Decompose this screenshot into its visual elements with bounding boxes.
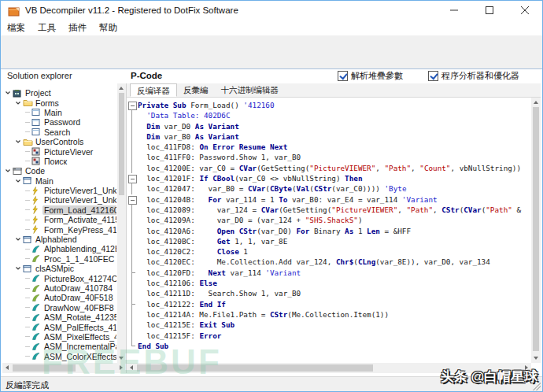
tree-item[interactable]: Alphablending_412BF4 xyxy=(2,244,116,253)
scroll-left-icon[interactable] xyxy=(6,365,9,370)
tree-item[interactable]: Project xyxy=(2,88,116,98)
tree-item[interactable]: ASM_IncrementalPalEffect xyxy=(2,342,116,351)
option-analyzer-optimizer[interactable]: 程序分析器和優化器 xyxy=(428,70,519,82)
tree-item[interactable]: UserControls xyxy=(2,137,116,146)
chevron-down-icon[interactable] xyxy=(15,265,23,272)
tree-item[interactable]: ASM_PixelEffects_413614 xyxy=(2,332,116,342)
fold-guide xyxy=(127,268,138,278)
resize-grip-icon[interactable] xyxy=(533,383,541,390)
event-icon xyxy=(31,216,42,224)
scroll-left-icon[interactable] xyxy=(130,365,133,370)
scroll-up-icon[interactable] xyxy=(119,87,124,90)
tree-item[interactable]: PictureViever1_UnknownEv xyxy=(2,195,116,205)
usercontrol-icon xyxy=(31,157,42,165)
tree-item[interactable]: PictureViever1_UnknownEv xyxy=(2,186,116,195)
tree-item[interactable]: PictureBox_41274C xyxy=(2,273,116,283)
method-teal-icon xyxy=(31,274,42,283)
fold-collapse-icon[interactable] xyxy=(127,173,138,183)
checkbox-analyzer-optimizer-icon[interactable] xyxy=(428,71,438,81)
maximize-button[interactable] xyxy=(471,1,507,20)
chevron-down-icon[interactable] xyxy=(15,100,23,106)
tree-item[interactable]: Main xyxy=(2,108,116,117)
code-text: loc_411FF0: Password.Show 1, var_B0 xyxy=(138,152,301,162)
status-text: 反編譯完成 xyxy=(6,379,49,391)
chevron-down-icon[interactable] xyxy=(15,236,23,242)
tab-disassembler[interactable]: 反彙編 xyxy=(177,83,215,97)
menu-help[interactable]: 幫助 xyxy=(93,20,124,35)
scroll-up-icon[interactable] xyxy=(534,101,538,104)
code-line: loc_411FF0: Password.Show 1, var_B0 xyxy=(127,152,531,162)
chevron-down-icon[interactable] xyxy=(5,90,13,96)
code-horizontal-scrollbar[interactable] xyxy=(127,363,531,373)
tree-item[interactable]: ASM_ColorXEffects_41336 xyxy=(2,352,116,361)
scroll-down-icon[interactable] xyxy=(534,357,538,360)
tree-hscroll-thumb[interactable] xyxy=(13,364,76,372)
fold-collapse-icon[interactable] xyxy=(127,194,138,205)
tab-hex-editor[interactable]: 十六进制编辑器 xyxy=(215,83,286,97)
tree-item[interactable]: Main xyxy=(2,176,116,186)
minimize-button[interactable] xyxy=(436,1,471,20)
scroll-down-icon[interactable] xyxy=(119,357,124,360)
code-hscroll-thumb[interactable] xyxy=(137,364,373,372)
tab-decompiler[interactable]: 反编译器 xyxy=(130,83,177,97)
tree-item[interactable]: Forms xyxy=(2,98,116,107)
code-line: loc_41209A: var_D0 = (var_124 + "SHS.Sha… xyxy=(127,215,531,225)
tree-horizontal-scrollbar[interactable] xyxy=(2,363,126,373)
scroll-right-icon[interactable] xyxy=(120,365,123,370)
code-line: loc_4120A6: Open CStr(var_D0) For Binary… xyxy=(127,226,531,236)
tree-item-label: Main xyxy=(34,176,55,186)
fold-guide xyxy=(127,331,138,341)
chevron-down-icon[interactable] xyxy=(5,168,13,174)
tree-item[interactable]: ASM_Rotate_412358 xyxy=(2,312,116,322)
tree-item-label: PictureViever xyxy=(42,147,94,157)
tree-item[interactable]: Code xyxy=(2,166,116,176)
chevron-down-icon[interactable] xyxy=(15,139,23,145)
tree-vertical-scrollbar[interactable] xyxy=(117,83,126,363)
menu-file[interactable]: 檔案 xyxy=(1,20,31,35)
fold-guide xyxy=(127,226,138,236)
method-teal-icon xyxy=(31,352,42,361)
code-vertical-scrollbar[interactable] xyxy=(531,98,541,363)
tree-item[interactable]: Alphablend xyxy=(2,235,116,244)
scroll-right-icon[interactable] xyxy=(525,365,528,370)
code-line: loc_41214A: Me.File1.Path = CStr(Me.Coll… xyxy=(127,309,531,320)
code-vscroll-thumb[interactable] xyxy=(533,107,539,351)
checkbox-parse-stack-icon[interactable] xyxy=(338,71,348,81)
fold-guide xyxy=(127,341,138,351)
tree-item[interactable]: Form_KeyPress_413EE8 xyxy=(2,224,116,234)
tree-item[interactable]: DrawNow_40FBF8 xyxy=(2,303,116,312)
close-button[interactable] xyxy=(507,1,542,20)
tree-item[interactable]: PictureViever xyxy=(2,146,116,156)
fold-guide xyxy=(127,215,138,225)
menu-plugins[interactable]: 插件 xyxy=(62,20,93,35)
tree-item[interactable]: AutoDraw_410784 xyxy=(2,283,116,293)
solution-tree[interactable]: ProjectFormsMainPasswordSearchUserContro… xyxy=(2,88,116,362)
tree-item[interactable]: Form_Activate_411568 xyxy=(2,215,116,224)
tree-item[interactable]: Поиск xyxy=(2,157,116,166)
fold-guide xyxy=(127,142,138,152)
option-parse-stack-label: 解析堆疊參數 xyxy=(351,70,403,82)
tree-line xyxy=(25,336,30,337)
tree-item-label: ASM_PixelEffects_413614 xyxy=(42,332,116,342)
option-parse-stack[interactable]: 解析堆疊參數 xyxy=(338,70,403,82)
tree-vscroll-thumb[interactable] xyxy=(119,93,124,195)
tree-item[interactable]: Form_Load_412160 xyxy=(2,205,116,215)
tree-item[interactable]: Password xyxy=(2,117,116,127)
fold-collapse-icon[interactable] xyxy=(127,100,138,110)
fold-guide xyxy=(127,246,138,257)
code-text: loc_41215F: Error xyxy=(138,331,221,341)
code-text: loc_4120FD: Next var_114 'Variant xyxy=(138,268,301,278)
tree-item[interactable]: Proc_1_1_410FEC xyxy=(2,254,116,264)
tree-item[interactable]: ASM_Magnify_411F88 xyxy=(2,361,116,362)
tree-item[interactable]: AutoDraw_40F518 xyxy=(2,293,116,302)
tree-item[interactable]: Search xyxy=(2,128,116,137)
tree-line xyxy=(25,209,30,210)
code-text: loc_4120C2: Close 1 xyxy=(138,246,248,257)
chevron-down-icon[interactable] xyxy=(15,178,23,184)
tree-line xyxy=(25,298,30,298)
tree-item[interactable]: ASM_PalEffects_4113E4 xyxy=(2,322,116,331)
tree-item[interactable]: clsASMpic xyxy=(2,264,116,273)
menu-tools[interactable]: 工具 xyxy=(31,20,62,35)
code-text: loc_412106: Else xyxy=(138,278,217,288)
code-editor[interactable]: Private Sub Form_Load() '412160 'Data Ta… xyxy=(127,98,531,363)
